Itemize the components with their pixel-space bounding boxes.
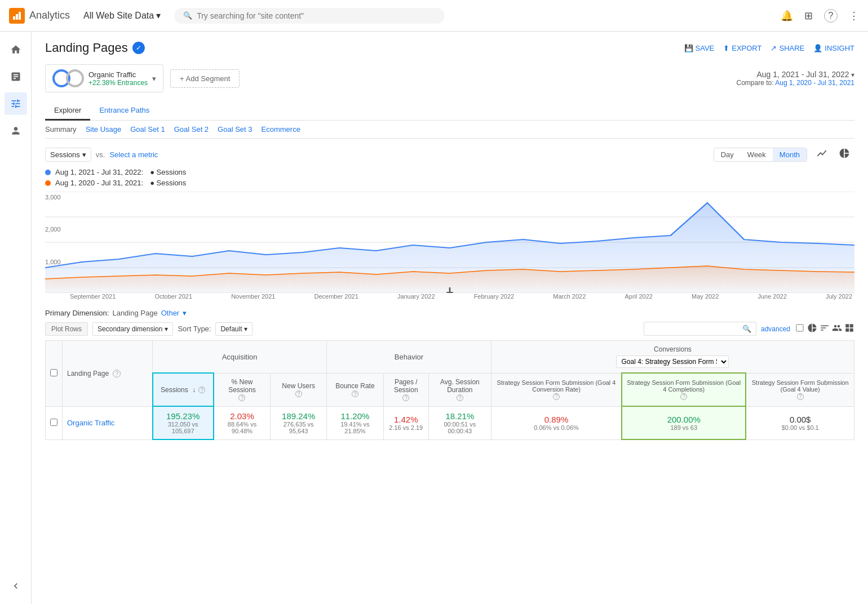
select-metric-link[interactable]: Select a metric [109, 150, 158, 159]
secondary-dim-select[interactable]: Secondary dimension ▾ [92, 322, 173, 336]
table-search-input[interactable] [649, 325, 739, 333]
data-table-btn[interactable] [795, 323, 805, 335]
sub-tab-goal-set-3[interactable]: Goal Set 3 [218, 125, 252, 134]
svg-rect-0 [13, 16, 15, 20]
x-axis-jul: July 2022 [826, 293, 852, 300]
time-btn-day[interactable]: Day [714, 148, 741, 161]
sub-tab-summary[interactable]: Summary [45, 125, 77, 134]
legend-dot-blue [45, 170, 51, 175]
help-icon-pages: ? [402, 394, 409, 401]
sessions-sub: 312,050 vs 105,697 [158, 421, 209, 434]
line-chart-btn[interactable] [812, 145, 832, 163]
compare-table-btn[interactable] [820, 323, 830, 335]
notifications-icon[interactable]: 🔔 [781, 10, 793, 22]
table-search: 🔍 [644, 322, 756, 336]
lp-name-text[interactable]: Organic Traffic [67, 419, 114, 427]
more-options-icon[interactable]: ⋮ [849, 10, 859, 22]
insight-button[interactable]: 👤 INSIGHT [813, 44, 854, 52]
completions-sub: 189 vs 63 [627, 424, 741, 431]
conv-rate-val: 0.89% [496, 415, 617, 424]
pie-chart-btn[interactable] [834, 145, 854, 163]
th-pages-session: Pages /Session ? [383, 373, 428, 406]
sidebar-item-admin[interactable] [5, 119, 27, 142]
apps-grid-icon[interactable]: ⊞ [804, 10, 813, 22]
time-btn-month[interactable]: Month [773, 148, 807, 161]
app-layout: Landing Pages ✓ 💾 SAVE ⬆ EXPORT ↗ SHARE … [0, 32, 868, 604]
goal-selector-row: Goal 4: Strategy Session Form Submission [496, 356, 849, 368]
svg-rect-2 [19, 12, 21, 20]
sub-tab-site-usage[interactable]: Site Usage [86, 125, 122, 134]
sidebar-item-reports[interactable] [5, 65, 27, 88]
th-completions: Strategy Session Form Submission (Goal 4… [622, 373, 746, 406]
tab-entrance-paths[interactable]: Entrance Paths [90, 101, 158, 121]
pages-session-val: 1.42% [388, 415, 424, 424]
row-new-sessions: 2.03% 88.64% vs 90.48% [214, 406, 271, 439]
goal-selector[interactable]: Goal 4: Strategy Session Form Submission [616, 356, 729, 368]
sub-tab-goal-set-2[interactable]: Goal Set 2 [174, 125, 209, 134]
sub-tab-ecommerce[interactable]: Ecommerce [262, 125, 300, 134]
date-dropdown-arrow[interactable]: ▾ [851, 71, 854, 79]
th-avg-duration: Avg. SessionDuration ? [428, 373, 491, 406]
share-button[interactable]: ↗ SHARE [770, 44, 804, 52]
property-selector[interactable]: All Web Site Data ▾ [79, 8, 165, 23]
sidebar-item-home[interactable] [5, 38, 27, 61]
pages-sub: 2.16 vs 2.19 [388, 424, 424, 431]
table-search-icon[interactable]: 🔍 [742, 325, 751, 333]
analytics-table: Landing Page ? Acquisition Behavior Conv… [45, 340, 854, 440]
export-button[interactable]: ⬆ EXPORT [723, 44, 761, 52]
segment-bar: Organic Traffic +22.38% Entrances ▾ + Ad… [45, 64, 854, 92]
date-compare: Compare to: Aug 1, 2020 - Jul 31, 2021 [737, 79, 854, 87]
page-title: Landing Pages ✓ [45, 41, 145, 55]
sub-tab-goal-set-1[interactable]: Goal Set 1 [130, 125, 165, 134]
plot-rows-button[interactable]: Plot Rows [45, 322, 88, 336]
avg-sub: 00:00:51 vs 00:00:43 [433, 421, 486, 434]
pie-table-btn[interactable] [807, 323, 817, 335]
share-icon: ↗ [770, 44, 777, 52]
time-btn-week[interactable]: Week [741, 148, 773, 161]
sort-type-value: Default [220, 325, 242, 333]
table-row: Organic Traffic 195.23% 312,050 vs 105,6… [46, 406, 854, 439]
metric-selector[interactable]: Sessions ▾ [45, 148, 91, 162]
export-label: EXPORT [732, 44, 761, 52]
tab-explorer[interactable]: Explorer [45, 101, 90, 121]
secondary-dim-label: Secondary dimension [98, 325, 162, 333]
sidebar-item-arrow[interactable] [5, 575, 27, 597]
main-content: Landing Pages ✓ 💾 SAVE ⬆ EXPORT ↗ SHARE … [32, 32, 868, 604]
sort-type-label: Sort Type: [178, 325, 211, 333]
conv-sub: 0.06% vs 0.06% [496, 424, 617, 431]
segment-chip-organic[interactable]: Organic Traffic +22.38% Entrances ▾ [45, 64, 163, 92]
search-bar: 🔍 [174, 8, 445, 24]
pivot-table-btn[interactable] [832, 323, 842, 335]
x-axis-sep: September 2021 [70, 293, 116, 300]
full-table-btn[interactable] [844, 323, 854, 335]
row-avg-duration: 18.21% 00:00:51 vs 00:00:43 [428, 406, 491, 439]
segment-dropdown-arrow[interactable]: ▾ [152, 74, 156, 83]
x-axis-jan: January 2022 [397, 293, 435, 300]
chart-with-yaxis: 3,000 2,000 1,000 [45, 192, 854, 293]
chart-view-buttons [812, 145, 854, 163]
x-axis-dec: December 2021 [315, 293, 358, 300]
advanced-link[interactable]: advanced [761, 325, 790, 333]
row-checkbox[interactable] [50, 419, 57, 426]
select-all-checkbox[interactable] [50, 369, 57, 376]
row-checkbox-col [46, 406, 63, 439]
search-input[interactable] [197, 11, 436, 20]
primary-dim-other-arrow: ▾ [183, 309, 187, 317]
title-actions: 💾 SAVE ⬆ EXPORT ↗ SHARE 👤 INSIGHT [684, 44, 854, 52]
sort-type-select[interactable]: Default ▾ [215, 322, 253, 336]
help-icon-duration: ? [457, 394, 463, 401]
bounce-sub: 19.41% vs 21.85% [331, 421, 379, 434]
help-icon-conv-rate: ? [553, 393, 560, 400]
help-icon[interactable]: ? [824, 9, 838, 23]
th-landing-page: Landing Page ? [63, 341, 153, 407]
new-sessions-sub: 88.64% vs 90.48% [219, 421, 265, 434]
goal-value-sub: $0.00 vs $0.1 [751, 424, 849, 431]
primary-dim-other[interactable]: Other [161, 309, 180, 317]
avg-duration-header: Avg. SessionDuration [433, 378, 486, 394]
save-button[interactable]: 💾 SAVE [684, 44, 715, 52]
sidebar-item-customize[interactable] [5, 92, 27, 115]
x-axis-mar: March 2022 [553, 293, 586, 300]
insight-icon: 👤 [813, 44, 822, 52]
th-sessions[interactable]: Sessions ↓ ? [153, 373, 214, 406]
add-segment-button[interactable]: + Add Segment [170, 69, 240, 88]
